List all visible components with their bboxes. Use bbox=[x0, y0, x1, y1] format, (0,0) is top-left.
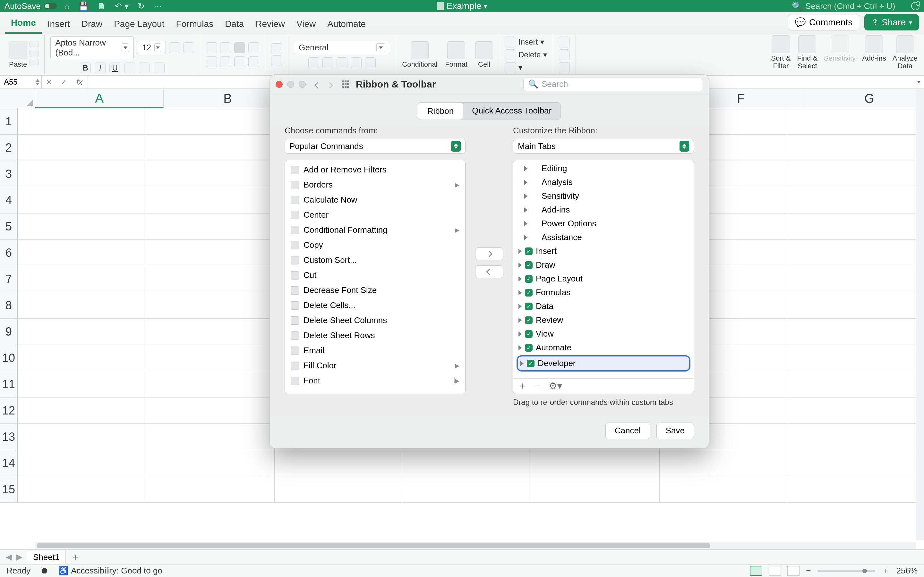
command-item[interactable]: Decrease Font Size bbox=[285, 283, 465, 298]
command-icon bbox=[291, 196, 299, 204]
command-item[interactable]: Conditional Formatting▸ bbox=[285, 222, 465, 237]
command-label: Decrease Font Size bbox=[304, 285, 376, 295]
ribbon-tree-item[interactable]: ✓Add-ins bbox=[513, 203, 694, 217]
tree-item-label: Add-ins bbox=[541, 205, 570, 215]
command-item[interactable]: Delete Sheet Columns bbox=[285, 313, 465, 328]
ribbon-tree-item[interactable]: ✓Automate bbox=[513, 341, 694, 355]
expander-icon[interactable] bbox=[524, 193, 527, 199]
commands-list[interactable]: Add or Remove FiltersBorders▸Calculate N… bbox=[284, 160, 465, 394]
reorder-hint: Drag to re-order commands within custom … bbox=[513, 398, 694, 407]
checkbox[interactable]: ✓ bbox=[525, 289, 533, 297]
expander-icon[interactable] bbox=[524, 166, 527, 171]
checkbox[interactable]: ✓ bbox=[525, 316, 533, 324]
ribbon-tree-item[interactable]: ✓Draw bbox=[513, 258, 694, 272]
tree-add-button[interactable]: ＋ bbox=[518, 379, 527, 392]
segment-ribbon[interactable]: Ribbon bbox=[418, 102, 463, 120]
nav-back-button[interactable] bbox=[315, 79, 320, 90]
checkbox[interactable]: ✓ bbox=[525, 344, 533, 351]
command-item[interactable]: Cut bbox=[285, 268, 465, 283]
checkbox[interactable]: ✓ bbox=[527, 359, 535, 367]
command-item[interactable]: Copy bbox=[285, 237, 465, 253]
expander-icon[interactable] bbox=[519, 263, 522, 268]
submenu-icon: ▸ bbox=[455, 361, 459, 371]
commands-from-select[interactable]: Popular Commands bbox=[284, 139, 465, 153]
customize-ribbon-label: Customize the Ribbon: bbox=[513, 126, 694, 135]
checkbox[interactable]: ✓ bbox=[525, 261, 533, 269]
tree-item-label: Developer bbox=[538, 358, 576, 368]
cancel-button[interactable]: Cancel bbox=[606, 422, 650, 439]
expander-icon[interactable] bbox=[524, 221, 527, 226]
command-icon bbox=[291, 316, 299, 325]
tree-item-label: Editing bbox=[541, 163, 567, 173]
ribbon-tree-item[interactable]: ✓Editing bbox=[513, 161, 694, 175]
prefs-search[interactable]: 🔍 bbox=[523, 77, 703, 91]
ribbon-tree-item[interactable]: ✓Page Layout bbox=[513, 272, 694, 285]
segment-qat[interactable]: Quick Access Toolbar bbox=[463, 103, 561, 119]
search-icon: 🔍 bbox=[528, 79, 538, 89]
command-label: Borders bbox=[304, 180, 333, 190]
command-item[interactable]: FontI▸ bbox=[285, 373, 465, 388]
expander-icon[interactable] bbox=[519, 345, 522, 350]
checkbox[interactable]: ✓ bbox=[525, 247, 533, 255]
command-item[interactable]: Fill Color▸ bbox=[285, 358, 465, 373]
tree-settings-button[interactable]: ⚙︎▾ bbox=[549, 380, 562, 392]
save-button[interactable]: Save bbox=[656, 422, 694, 439]
ribbon-tree-item[interactable]: ✓Developer bbox=[517, 355, 690, 372]
ribbon-tree-item[interactable]: ✓Power Options bbox=[513, 217, 694, 230]
command-icon bbox=[291, 256, 299, 264]
prefs-search-input[interactable] bbox=[541, 79, 698, 89]
expander-icon[interactable] bbox=[520, 361, 523, 366]
command-icon bbox=[291, 301, 299, 309]
add-command-button[interactable] bbox=[475, 247, 503, 260]
ribbon-tree-item[interactable]: ✓Formulas bbox=[513, 285, 694, 300]
expander-icon[interactable] bbox=[524, 207, 527, 213]
remove-command-button[interactable] bbox=[475, 266, 503, 278]
expander-icon[interactable] bbox=[519, 304, 522, 309]
tree-remove-button[interactable]: − bbox=[535, 380, 541, 392]
segmented-control: Ribbon Quick Access Toolbar bbox=[418, 102, 561, 120]
ribbon-tree[interactable]: ✓Editing✓Analysis✓Sensitivity✓Add-ins✓Po… bbox=[513, 160, 694, 394]
command-item[interactable]: Calculate Now bbox=[285, 192, 465, 207]
command-label: Copy bbox=[304, 240, 323, 250]
command-icon bbox=[291, 211, 299, 219]
choose-commands-label: Choose commands from: bbox=[284, 126, 465, 135]
checkbox[interactable]: ✓ bbox=[525, 303, 533, 310]
command-item[interactable]: Center bbox=[285, 207, 465, 222]
command-item[interactable]: Custom Sort... bbox=[285, 253, 465, 268]
ribbon-target-value: Main Tabs bbox=[518, 141, 556, 151]
ribbon-tree-item[interactable]: ✓View bbox=[513, 327, 694, 341]
command-label: Font bbox=[304, 376, 320, 386]
expander-icon[interactable] bbox=[524, 235, 527, 240]
expander-icon[interactable] bbox=[519, 249, 522, 254]
window-zoom-button bbox=[299, 81, 306, 88]
expander-icon[interactable] bbox=[524, 180, 527, 185]
chevron-right-icon bbox=[486, 251, 493, 257]
command-item[interactable]: Delete Sheet Rows bbox=[285, 328, 465, 343]
ribbon-tree-item[interactable]: ✓Insert bbox=[513, 244, 694, 258]
checkbox[interactable]: ✓ bbox=[525, 275, 533, 283]
checkbox[interactable]: ✓ bbox=[525, 330, 533, 338]
window-close-button[interactable] bbox=[276, 81, 283, 88]
command-item[interactable]: Borders▸ bbox=[285, 177, 465, 192]
chevron-left-icon bbox=[486, 269, 493, 275]
command-item[interactable]: Email bbox=[285, 343, 465, 358]
ribbon-tree-item[interactable]: ✓Review bbox=[513, 313, 694, 327]
ribbon-target-select[interactable]: Main Tabs bbox=[513, 139, 694, 153]
expander-icon[interactable] bbox=[519, 276, 522, 282]
nav-forward-button bbox=[328, 79, 332, 90]
stepper-icon bbox=[680, 141, 689, 152]
ribbon-tree-item[interactable]: ✓Sensitivity bbox=[513, 189, 694, 203]
expander-icon[interactable] bbox=[519, 332, 522, 337]
command-item[interactable]: Delete Cells... bbox=[285, 298, 465, 313]
command-item[interactable]: Add or Remove Filters bbox=[285, 162, 465, 177]
ribbon-tree-item[interactable]: ✓Analysis bbox=[513, 175, 694, 189]
expander-icon[interactable] bbox=[519, 290, 522, 295]
ribbon-tree-item[interactable]: ✓Assistance bbox=[513, 230, 694, 244]
expander-icon[interactable] bbox=[519, 318, 522, 323]
command-icon bbox=[291, 226, 299, 234]
show-all-icon[interactable] bbox=[342, 81, 349, 88]
ribbon-tree-item[interactable]: ✓Data bbox=[513, 300, 694, 313]
command-label: Email bbox=[304, 346, 325, 356]
command-icon bbox=[291, 362, 299, 370]
tree-item-label: View bbox=[536, 329, 554, 339]
